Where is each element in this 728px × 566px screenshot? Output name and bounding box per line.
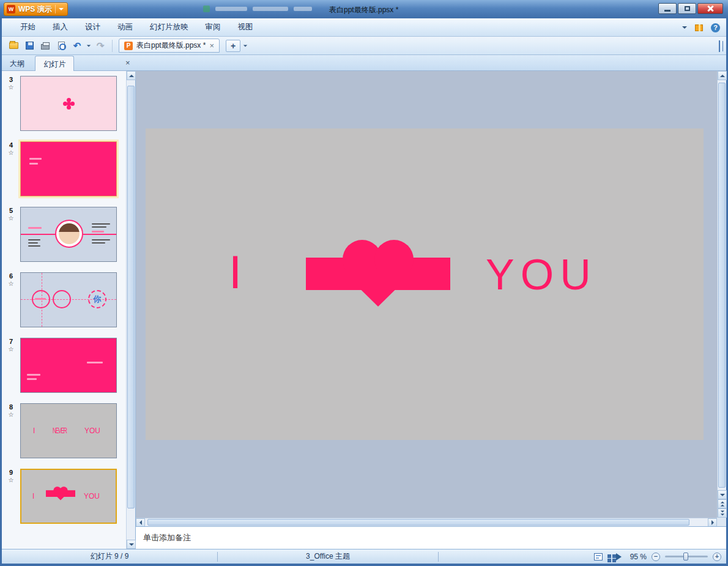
minimize-button[interactable] [658, 3, 677, 14]
undo-dropdown-icon[interactable] [87, 45, 91, 47]
new-tab-button[interactable]: + [226, 40, 240, 52]
menu-slideshow[interactable]: 幻灯片放映 [141, 19, 197, 35]
scroll-up-button[interactable] [718, 71, 727, 80]
scrollbar-thumb[interactable] [718, 83, 726, 488]
undo-button[interactable]: ↶ [70, 39, 84, 53]
slides-panel: 3 ☆ 4 ☆ [2, 71, 136, 549]
panel-tabs-row: 大纲 幻灯片 × [2, 55, 726, 71]
arrow-up-icon [129, 75, 134, 77]
arrow-down-icon [129, 543, 134, 546]
notes-area[interactable]: 单击添加备注 [136, 526, 726, 549]
animation-star-icon: ☆ [2, 84, 20, 91]
document-tab[interactable]: P 表白ppt最终版.ppsx * × [119, 39, 220, 53]
redo-icon: ↷ [97, 41, 105, 50]
menu-home[interactable]: 开始 [12, 19, 44, 35]
scrollbar-thumb[interactable] [147, 519, 689, 526]
slide-7-preview[interactable] [20, 338, 117, 393]
animation-star-icon: ☆ [2, 149, 20, 156]
slide-thumbnail-4[interactable]: 4 ☆ [2, 141, 126, 196]
redo-button[interactable]: ↷ [94, 39, 107, 53]
background-document-hints [203, 6, 312, 12]
normal-view-button[interactable] [594, 553, 603, 560]
scroll-down-button[interactable] [718, 490, 727, 499]
open-button[interactable] [7, 39, 20, 53]
current-slide[interactable]: I YOU [146, 128, 704, 440]
double-arrow-down-icon [720, 513, 724, 515]
panel-close-icon[interactable]: × [125, 58, 130, 67]
slide-number: 9 [2, 469, 20, 476]
zoom-slider[interactable] [665, 556, 708, 557]
scroll-left-button[interactable] [136, 518, 145, 527]
slide-text-i[interactable]: I [229, 249, 242, 296]
slide-thumbnail-9[interactable]: 9 ☆ I YOU [2, 469, 126, 524]
menu-design[interactable]: 设计 [76, 19, 109, 35]
wps-logo-icon: W [7, 5, 15, 13]
statusbar-controls: 95 % − + [439, 553, 726, 561]
slide-number: 5 [2, 207, 20, 214]
slide-number: 7 [2, 338, 20, 345]
save-button[interactable] [23, 39, 36, 53]
slide-thumbnail-7[interactable]: 7 ☆ [2, 338, 126, 393]
scroll-down-button[interactable] [127, 540, 136, 549]
zoom-in-button[interactable]: + [713, 553, 721, 561]
scrollbar-thumb[interactable] [127, 86, 135, 508]
print-button[interactable] [39, 39, 52, 53]
slide-thumbnail-6[interactable]: 6 ☆ 你 [2, 272, 126, 327]
wps-app-button[interactable]: W WPS 演示 [4, 2, 68, 16]
restore-button[interactable] [678, 3, 696, 14]
window-controls [658, 3, 723, 14]
layout-toggle-button[interactable] [719, 41, 720, 52]
menu-review[interactable]: 审阅 [197, 19, 229, 35]
slide-number: 4 [2, 141, 20, 149]
slide-thumbnail-5[interactable]: 5 ☆ [2, 207, 126, 262]
flower-icon [67, 102, 71, 106]
minimize-icon [664, 10, 670, 12]
heart-shape[interactable] [306, 239, 450, 308]
help-icon[interactable]: ? [711, 23, 720, 32]
slide-thumbnail-8[interactable]: 8 ☆ I NEVER YOU [2, 403, 126, 458]
previous-slide-button[interactable] [718, 499, 727, 508]
slide-3-preview[interactable] [20, 76, 117, 131]
slide-6-preview[interactable]: 你 [20, 272, 117, 327]
next-slide-button[interactable] [718, 508, 727, 518]
close-button[interactable] [697, 3, 723, 14]
tab-outline[interactable]: 大纲 [2, 56, 32, 72]
print-icon [41, 44, 50, 50]
slide-5-preview[interactable] [20, 207, 117, 262]
ppt-file-icon: P [124, 42, 133, 50]
animation-star-icon: ☆ [2, 411, 20, 418]
arrow-left-icon [139, 520, 142, 525]
document-icon [203, 6, 210, 12]
print-preview-icon [58, 42, 65, 50]
animation-star-icon: ☆ [2, 280, 20, 287]
scroll-up-button[interactable] [127, 71, 136, 80]
gift-icon[interactable] [695, 24, 703, 31]
slide-indicator: 幻灯片 9 / 9 [2, 551, 217, 562]
panel-scrollbar[interactable] [126, 71, 135, 549]
content-area: 3 ☆ 4 ☆ [2, 71, 726, 549]
menu-insert[interactable]: 插入 [44, 19, 76, 35]
slide-text-you[interactable]: YOU [486, 253, 597, 296]
scroll-right-button[interactable] [708, 518, 717, 527]
zoom-slider-handle[interactable] [683, 553, 688, 560]
ribbon-collapse-icon[interactable] [682, 26, 687, 29]
menu-animation[interactable]: 动画 [109, 19, 141, 35]
menu-view[interactable]: 视图 [229, 19, 262, 35]
print-preview-button[interactable] [54, 39, 68, 53]
slide-8-preview[interactable]: I NEVER YOU [20, 403, 117, 458]
document-tab-label: 表白ppt最终版.ppsx * [136, 40, 206, 51]
save-icon [26, 42, 34, 50]
slide-4-preview[interactable] [20, 141, 117, 196]
document-tab-close-icon[interactable]: × [209, 42, 214, 50]
new-tab-dropdown-icon[interactable] [243, 45, 247, 47]
zoom-out-button[interactable]: − [652, 553, 660, 561]
slide-thumbnail-3[interactable]: 3 ☆ [2, 76, 126, 131]
slideshow-button[interactable] [616, 553, 622, 560]
slide-6-text: 你 [94, 294, 102, 305]
vertical-scrollbar[interactable] [717, 71, 726, 518]
arrow-right-icon [711, 520, 714, 525]
slide-9-preview[interactable]: I YOU [20, 469, 117, 524]
slide-sorter-view-button[interactable] [607, 554, 611, 558]
scrollbar-corner [717, 518, 726, 526]
horizontal-scrollbar[interactable] [136, 518, 717, 526]
